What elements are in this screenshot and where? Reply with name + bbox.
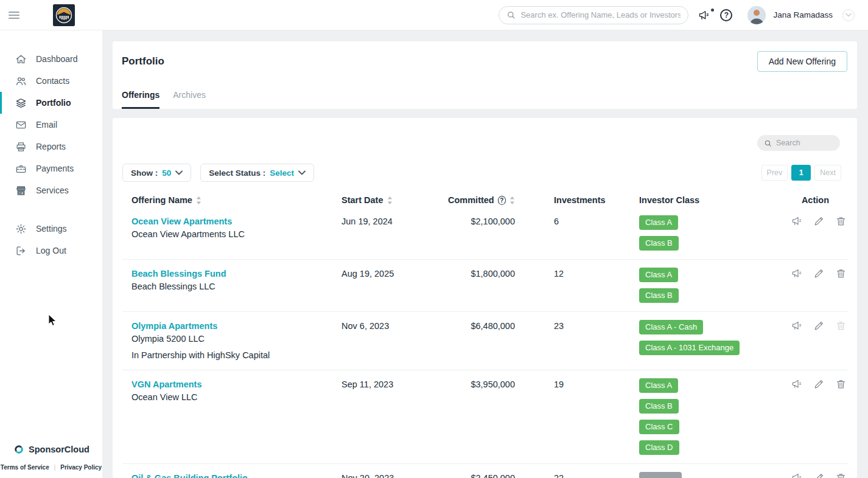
user-name[interactable]: Jana Ramadass bbox=[773, 10, 833, 19]
status-dropdown[interactable]: Select Status : Select bbox=[200, 164, 314, 182]
committed-help-icon[interactable]: ? bbox=[498, 196, 506, 205]
sidebar-item-logout[interactable]: Log Out bbox=[0, 240, 102, 262]
sort-icon bbox=[509, 196, 515, 204]
global-search bbox=[499, 6, 688, 24]
show-value: 50 bbox=[162, 168, 171, 178]
announce-icon[interactable] bbox=[791, 268, 803, 279]
delete-icon[interactable] bbox=[835, 472, 847, 478]
announce-icon[interactable] bbox=[791, 215, 803, 227]
delete-icon[interactable] bbox=[835, 378, 847, 390]
prev-page-button[interactable]: Prev bbox=[761, 165, 788, 181]
company-logo bbox=[53, 4, 75, 26]
briefcase-icon bbox=[15, 163, 27, 175]
committed-amount: $2,450,000 bbox=[448, 472, 515, 478]
sidebar-item-payments[interactable]: Payments bbox=[0, 158, 102, 179]
announce-icon[interactable] bbox=[791, 320, 803, 331]
column-header-committed[interactable]: Committed ? bbox=[448, 195, 515, 205]
sidebar-item-dashboard[interactable]: Dashboard bbox=[0, 48, 102, 70]
row-actions bbox=[791, 215, 856, 251]
investor-class-badges bbox=[639, 472, 791, 478]
offering-name-cell: VGN Apartments Ocean View LLC bbox=[122, 378, 341, 455]
search-icon bbox=[506, 10, 516, 19]
delete-icon[interactable] bbox=[835, 215, 847, 227]
terms-link[interactable]: Terms of Service bbox=[1, 464, 49, 471]
row-actions bbox=[791, 378, 856, 455]
column-header-investor-class: Investor Class bbox=[639, 195, 791, 205]
announcements-icon[interactable] bbox=[698, 9, 710, 21]
committed-amount: $6,480,000 bbox=[448, 320, 515, 361]
start-date: Nov 20, 2023 bbox=[341, 472, 448, 478]
help-icon[interactable]: ? bbox=[720, 9, 732, 21]
edit-icon[interactable] bbox=[813, 215, 825, 227]
privacy-link[interactable]: Privacy Policy bbox=[60, 464, 102, 471]
sidebar-item-label: Contacts bbox=[36, 76, 69, 86]
chevron-down-icon bbox=[298, 170, 306, 175]
sidebar-item-label: Email bbox=[36, 120, 57, 130]
printer-icon bbox=[15, 141, 27, 153]
investor-class-badge bbox=[639, 472, 682, 478]
sponsorcloud-brand: SponsorCloud bbox=[0, 443, 102, 455]
sidebar-item-portfolio[interactable]: Portfolio bbox=[0, 92, 102, 114]
offering-name-cell: Oil & Gas Building Portfolio bbox=[122, 472, 341, 478]
offering-subtitle: Olympia 5200 LLC bbox=[131, 333, 341, 345]
column-header-action: Action bbox=[791, 195, 847, 205]
offering-name-link[interactable]: Ocean View Apartments bbox=[131, 215, 232, 227]
status-value: Select bbox=[270, 168, 294, 178]
sidebar-item-services[interactable]: Services bbox=[0, 179, 102, 201]
current-page-button[interactable]: 1 bbox=[791, 165, 811, 181]
column-header-start-date[interactable]: Start Date bbox=[341, 195, 448, 205]
investor-class-badge: Class A - Cash bbox=[639, 320, 703, 334]
edit-icon[interactable] bbox=[813, 268, 825, 279]
committed-amount: $2,100,000 bbox=[448, 215, 515, 251]
avatar[interactable] bbox=[747, 6, 766, 24]
column-header-offering-name[interactable]: Offering Name bbox=[122, 195, 341, 205]
investor-class-badge: Class B bbox=[639, 236, 679, 251]
offering-name-link[interactable]: Beach Blessings Fund bbox=[131, 268, 226, 280]
hamburger-menu-icon[interactable] bbox=[9, 10, 19, 21]
sidebar-item-reports[interactable]: Reports bbox=[0, 136, 102, 158]
investor-class-badge: Class A bbox=[639, 268, 678, 282]
search-icon bbox=[764, 139, 772, 147]
add-new-offering-button[interactable]: Add New Offering bbox=[757, 51, 847, 72]
investor-class-badge: Class B bbox=[639, 288, 679, 303]
sort-icon bbox=[387, 196, 393, 204]
offering-name-link[interactable]: Oil & Gas Building Portfolio bbox=[131, 472, 248, 478]
edit-icon[interactable] bbox=[813, 378, 825, 390]
sidebar-item-contacts[interactable]: Contacts bbox=[0, 70, 102, 92]
delete-icon[interactable] bbox=[835, 268, 847, 279]
edit-icon[interactable] bbox=[813, 320, 825, 331]
delete-icon[interactable] bbox=[835, 320, 847, 331]
investor-class-badge: Class A bbox=[639, 215, 678, 230]
announce-icon[interactable] bbox=[791, 378, 803, 390]
contacts-icon bbox=[15, 75, 27, 87]
investor-class-badges: Class AClass B bbox=[639, 268, 791, 303]
investor-class-badge: Class D bbox=[639, 440, 679, 455]
sort-icon bbox=[196, 196, 201, 204]
edit-icon[interactable] bbox=[813, 472, 825, 478]
start-date: Jun 19, 2024 bbox=[341, 215, 448, 251]
offering-name-link[interactable]: Olympia Apartments bbox=[131, 320, 217, 332]
tabs: Offerings Archives bbox=[122, 90, 847, 109]
global-search-input[interactable] bbox=[520, 10, 681, 19]
tab-offerings[interactable]: Offerings bbox=[122, 90, 159, 109]
offering-name-link[interactable]: VGN Apartments bbox=[131, 378, 201, 390]
next-page-button[interactable]: Next bbox=[814, 165, 841, 181]
tab-archives[interactable]: Archives bbox=[173, 90, 206, 109]
offering-name-cell: Beach Blessings Fund Beach Blessings LLC bbox=[122, 268, 341, 303]
user-menu-chevron-icon[interactable] bbox=[842, 9, 855, 21]
investments-count: 12 bbox=[515, 268, 639, 303]
start-date: Aug 19, 2025 bbox=[341, 268, 448, 303]
sidebar-item-settings[interactable]: Settings bbox=[0, 218, 102, 240]
table-search-input[interactable] bbox=[776, 139, 833, 147]
gear-icon bbox=[15, 223, 27, 235]
show-dropdown[interactable]: Show : 50 bbox=[122, 164, 191, 182]
committed-amount: $3,950,000 bbox=[448, 378, 515, 455]
announce-icon[interactable] bbox=[791, 472, 803, 478]
sidebar-item-email[interactable]: Email bbox=[0, 114, 102, 136]
top-bar: ? Jana Ramadass bbox=[0, 0, 868, 30]
status-label: Select Status : bbox=[209, 168, 265, 178]
offering-name-cell: Olympia Apartments Olympia 5200 LLC In P… bbox=[122, 320, 341, 361]
pagination: Prev 1 Next bbox=[761, 165, 841, 181]
row-actions bbox=[791, 320, 856, 361]
investor-class-badges: Class AClass B bbox=[639, 215, 791, 251]
